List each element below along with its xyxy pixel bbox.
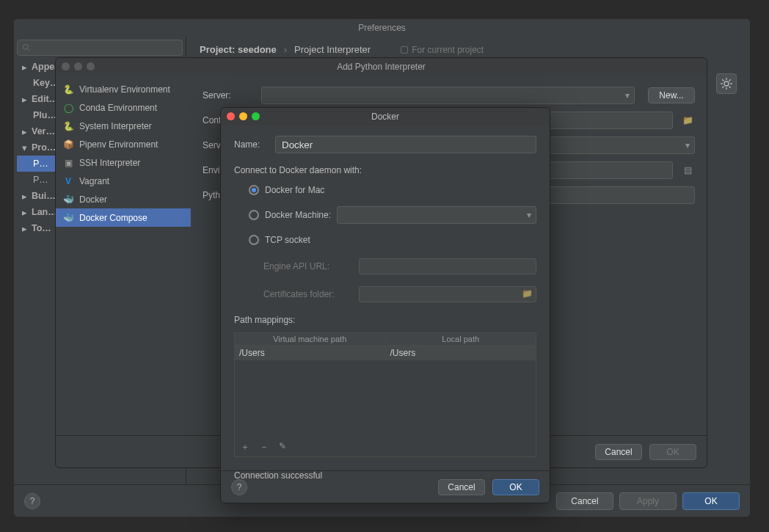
folder-icon[interactable]: 📁 [522, 288, 533, 299]
radio-tcp-socket-label: TCP socket [265, 235, 310, 245]
window-close-icon[interactable] [62, 62, 70, 70]
help-button[interactable]: ? [24, 493, 40, 509]
env-docker[interactable]: 🐳Docker [56, 190, 191, 208]
path-mappings-table: Virtual machine path Local path /Users /… [234, 332, 536, 457]
docker-compose-icon: 🐳 [63, 213, 73, 223]
gear-icon [721, 78, 732, 90]
svg-rect-2 [401, 46, 408, 53]
th-vm-path[interactable]: Virtual machine path [235, 333, 386, 345]
docker-icon: 🐳 [63, 194, 73, 205]
radio-docker-for-mac[interactable]: Docker for Mac [234, 180, 536, 200]
svg-point-3 [724, 81, 729, 86]
engine-url-label: Engine API URL: [263, 261, 351, 272]
svg-line-1 [28, 49, 30, 51]
window-zoom-icon[interactable] [252, 112, 260, 120]
radio-icon [249, 185, 259, 195]
svg-line-11 [729, 79, 731, 81]
svg-line-8 [722, 79, 724, 81]
docker-machine-combo[interactable]: ▾ [337, 206, 536, 224]
breadcrumb-page: Project Interpreter [294, 44, 371, 55]
current-project-hint: For current project [400, 45, 484, 55]
help-button[interactable]: ? [231, 479, 247, 495]
pipenv-icon: 📦 [63, 139, 73, 150]
radio-icon [249, 210, 259, 220]
window-minimize-icon[interactable] [239, 112, 247, 120]
docker-dialog: Docker Name: Connect to Docker daemon wi… [220, 107, 550, 503]
breadcrumb: Project: seedone › Project Interpreter F… [200, 44, 737, 55]
new-server-button[interactable]: New... [648, 87, 695, 103]
interpreter-settings-button[interactable] [716, 73, 737, 94]
env-conda[interactable]: ◯Conda Environment [56, 98, 191, 117]
search-icon [22, 43, 31, 52]
python-icon: 🐍 [63, 84, 73, 95]
env-ssh[interactable]: ▣SSH Interpreter [56, 153, 191, 172]
list-icon[interactable]: ▤ [680, 165, 695, 175]
table-row[interactable]: /Users /Users [235, 346, 536, 360]
add-interpreter-title: Add Python Interpreter [337, 62, 426, 72]
window-close-icon[interactable] [227, 112, 235, 120]
breadcrumb-separator: › [284, 44, 287, 55]
env-virtualenv[interactable]: 🐍Virtualenv Environment [56, 80, 191, 98]
interpreter-type-list: 🐍Virtualenv Environment ◯Conda Environme… [56, 76, 191, 435]
edit-row-button[interactable]: ✎ [279, 441, 286, 453]
ok-button[interactable]: OK [492, 479, 539, 495]
certs-label: Certificates folder: [263, 289, 351, 299]
chevron-down-icon: ▾ [685, 140, 690, 150]
window-zoom-icon[interactable] [87, 62, 95, 70]
engine-url-input[interactable] [359, 258, 536, 274]
preferences-title: Preferences [358, 23, 406, 33]
conda-icon: ◯ [63, 103, 73, 113]
remove-row-button[interactable]: － [260, 441, 269, 453]
ssh-icon: ▣ [63, 158, 73, 168]
name-input[interactable] [275, 136, 536, 153]
cancel-button[interactable]: Cancel [438, 479, 485, 495]
svg-point-0 [23, 45, 29, 50]
radio-tcp-socket[interactable]: TCP socket [234, 230, 536, 250]
cancel-button[interactable]: Cancel [556, 492, 613, 510]
ok-button[interactable]: OK [682, 492, 740, 510]
link-icon [400, 45, 409, 54]
env-pipenv[interactable]: 📦Pipenv Environment [56, 135, 191, 153]
td-vm-path: /Users [235, 346, 386, 360]
cancel-button[interactable]: Cancel [595, 444, 642, 460]
add-row-button[interactable]: ＋ [241, 441, 249, 453]
radio-docker-machine-label: Docker Machine: [265, 210, 331, 220]
folder-icon[interactable]: 📁 [680, 115, 695, 125]
env-system[interactable]: 🐍System Interpreter [56, 117, 191, 135]
docker-titlebar[interactable]: Docker [221, 108, 550, 125]
breadcrumb-project: Project: seedone [200, 44, 277, 55]
env-vagrant[interactable]: VVagrant [56, 172, 191, 190]
python-icon: 🐍 [63, 121, 73, 131]
env-docker-compose[interactable]: 🐳Docker Compose [56, 208, 191, 227]
window-minimize-icon[interactable] [74, 62, 82, 70]
certs-input[interactable]: 📁 [359, 286, 536, 302]
vagrant-icon: V [63, 176, 73, 186]
chevron-down-icon: ▾ [625, 90, 630, 101]
radio-docker-for-mac-label: Docker for Mac [265, 185, 324, 195]
svg-line-10 [722, 87, 724, 88]
preferences-titlebar[interactable]: Preferences [14, 19, 750, 37]
radio-icon [249, 235, 259, 245]
apply-button[interactable]: Apply [619, 492, 677, 510]
radio-docker-machine[interactable]: Docker Machine: ▾ [234, 205, 536, 225]
th-local-path[interactable]: Local path [386, 333, 536, 345]
server-label: Server: [203, 90, 254, 101]
chevron-down-icon: ▾ [527, 210, 531, 220]
name-label: Name: [234, 139, 268, 150]
td-local-path: /Users [386, 346, 536, 360]
server-combo[interactable]: ▾ [261, 87, 635, 104]
svg-line-9 [729, 87, 731, 88]
connect-label: Connect to Docker daemon with: [234, 165, 536, 175]
path-mappings-label: Path mappings: [234, 315, 536, 325]
docker-title: Docker [371, 112, 399, 122]
add-interpreter-titlebar[interactable]: Add Python Interpreter [56, 58, 707, 76]
ok-button[interactable]: OK [649, 444, 696, 460]
preferences-search-input[interactable] [17, 40, 183, 56]
